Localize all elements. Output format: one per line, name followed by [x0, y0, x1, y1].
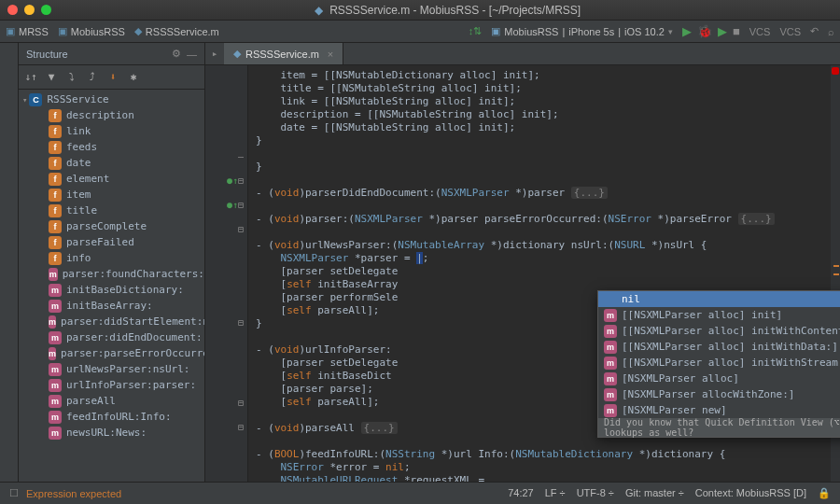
tree-node-label: urlInfoParser:parser:	[66, 379, 196, 391]
tree-node-label: parser:didEndDocument:	[66, 331, 203, 343]
tree-node-label: parseAll	[66, 395, 116, 407]
completion-item[interactable]: m[[NSXMLParser alloc] init]NSXMLParser *	[598, 307, 840, 323]
warning-stripe[interactable]	[833, 273, 839, 275]
folder-icon: ▣	[58, 25, 67, 37]
field-icon: f	[49, 204, 62, 217]
tree-node[interactable]: murlInfoParser:parser:	[19, 377, 204, 393]
minimize-window-button[interactable]	[24, 5, 35, 15]
tree-node[interactable]: mparser:parseErrorOccurred:	[19, 345, 204, 361]
line-separator[interactable]: LF ÷	[545, 487, 566, 499]
tree-node[interactable]: minitBaseArray:	[19, 298, 204, 314]
code-completion-popup[interactable]: nil m[[NSXMLParser alloc] init]NSXMLPars…	[597, 290, 840, 438]
tree-node[interactable]: finfo	[19, 250, 204, 266]
close-window-button[interactable]	[7, 5, 18, 15]
close-tab-icon[interactable]: ×	[328, 49, 333, 60]
run-button[interactable]: ▶	[682, 24, 692, 38]
breadcrumb[interactable]: ▣MRSS	[6, 25, 49, 37]
tree-node[interactable]: ffeeds	[19, 139, 204, 155]
undo-icon[interactable]: ↶	[810, 25, 819, 37]
tool-window-stripe[interactable]	[0, 43, 19, 482]
method-icon: m	[49, 300, 62, 313]
completion-item[interactable]: m[[NSXMLParser alloc] initWithStream:]NS…	[598, 355, 840, 371]
navigation-bar: ▣MRSS ▣MobiusRSS ◆RSSSService.m ↕⇅ ▣ Mob…	[0, 21, 840, 43]
field-icon: f	[49, 109, 62, 122]
show-icon[interactable]: ✱	[125, 69, 142, 86]
filter-icon[interactable]: ▼	[43, 69, 60, 86]
structure-tree[interactable]: ▾ C RSSService fdescriptionflinkffeedsfd…	[19, 90, 204, 482]
maximize-window-button[interactable]	[41, 5, 51, 15]
warning-stripe[interactable]	[833, 265, 839, 267]
tree-node[interactable]: flink	[19, 123, 204, 139]
window-titlebar: ◆ RSSSService.m - MobiusRSS - [~/Project…	[0, 0, 840, 21]
gear-icon[interactable]: ⚙	[172, 48, 181, 60]
method-icon: m	[604, 388, 617, 401]
tree-node-label: parser:parseErrorOccurred:	[61, 347, 204, 359]
tree-node[interactable]: fparseComplete	[19, 218, 204, 234]
status-icon[interactable]: ☐	[9, 487, 19, 499]
tree-node[interactable]: felement	[19, 171, 204, 187]
tree-node[interactable]: mparser:foundCharacters:	[19, 266, 204, 282]
search-icon[interactable]: ⌕	[828, 26, 834, 37]
gutter-fold-icon[interactable]: —	[205, 149, 247, 162]
tree-node[interactable]: mparser:didStartElement:namesp	[19, 314, 204, 329]
gutter-marker[interactable]: ●↑ ⊟	[205, 174, 247, 187]
gutter-fold-icon[interactable]: ⊟	[205, 315, 247, 329]
completion-item[interactable]: m[NSXMLParser alloc]NSXMLParser *	[598, 371, 840, 386]
tree-node[interactable]: mnewsURL:News:	[19, 425, 204, 441]
vcs-label[interactable]: VCS	[779, 26, 801, 37]
field-icon: f	[49, 173, 62, 186]
tree-node[interactable]: fparseFailed	[19, 234, 204, 250]
stop-button[interactable]: ■	[733, 24, 740, 38]
completion-item[interactable]: m[[NSXMLParser alloc] initWithData:]NSXM…	[598, 339, 840, 355]
tree-node[interactable]: fitem	[19, 187, 204, 203]
tree-node[interactable]: ftitle	[19, 203, 204, 218]
context-selector[interactable]: Context: MobiusRSS [D]	[695, 487, 806, 499]
completion-item[interactable]: m[NSXMLParser allocWithZone:]NSXMLParser…	[598, 386, 840, 402]
run-with-coverage-button[interactable]: ▶	[718, 24, 727, 38]
expand-icon[interactable]: ⤵	[63, 69, 80, 86]
autoscroll-icon[interactable]: ⬇	[105, 69, 121, 86]
tree-node[interactable]: fdescription	[19, 107, 204, 123]
gutter-fold-icon[interactable]: ⊟	[205, 396, 247, 409]
tree-node[interactable]: mfeedInfoURL:Info:	[19, 409, 204, 425]
tree-node[interactable]: mparser:didEndDocument:	[19, 329, 204, 345]
tree-node-label: urlNewsParser:nsUrl:	[66, 363, 189, 375]
tree-node[interactable]: murlNewsParser:nsUrl:	[19, 361, 204, 377]
hide-icon[interactable]: —	[187, 49, 197, 60]
vcs-label[interactable]: VCS	[749, 26, 771, 37]
sort-icon[interactable]: ↓↑	[22, 69, 39, 86]
completion-item[interactable]: m[[NSXMLParser alloc] initWithContentsOf…	[598, 323, 840, 339]
tree-root-node[interactable]: ▾ C RSSService	[19, 91, 204, 107]
gutter-fold-icon[interactable]: ⊟	[205, 420, 247, 433]
tree-node[interactable]: mparseAll	[19, 393, 204, 409]
breadcrumb[interactable]: ◆RSSSService.m	[134, 25, 219, 37]
breadcrumb[interactable]: ▣MobiusRSS	[58, 25, 125, 37]
editor-tab[interactable]: ◆ RSSSService.m ×	[224, 43, 343, 64]
folder-icon: ▣	[6, 25, 15, 37]
field-icon: f	[49, 220, 62, 233]
sync-icon[interactable]: ↕⇅	[469, 25, 483, 37]
method-icon: m	[49, 347, 56, 360]
gutter-marker[interactable]: ●↑ ⊟	[205, 198, 247, 211]
error-indicator[interactable]	[832, 67, 839, 75]
run-configuration-selector[interactable]: ▣ MobiusRSS | iPhone 5s | iOS 10.2 ▾	[491, 25, 673, 37]
collapse-icon[interactable]: ⤴	[84, 69, 101, 86]
completion-item[interactable]: m[NSXMLParser new]NSXMLParser *	[598, 402, 840, 418]
file-encoding[interactable]: UTF-8 ÷	[577, 487, 614, 499]
lock-icon[interactable]: 🔒	[818, 487, 831, 499]
gutter-fold-icon[interactable]: ⊟	[205, 222, 247, 235]
field-icon: f	[49, 189, 62, 202]
completion-item[interactable]: nil	[598, 291, 840, 307]
tree-node-label: description	[66, 109, 134, 121]
debug-button[interactable]: 🐞	[697, 24, 712, 38]
tree-node-label: parseFailed	[66, 236, 134, 248]
editor-gutter[interactable]: — ●↑ ⊟ ●↑ ⊟ ⊟ ⊟ ⊟ ⊟	[205, 65, 248, 482]
chevron-down-icon: ▾	[668, 27, 673, 36]
tree-caret-icon[interactable]: ▾	[22, 95, 27, 105]
tab-prev-icon[interactable]: ▸	[205, 43, 224, 64]
tree-node[interactable]: minitBaseDictionary:	[19, 282, 204, 298]
cursor-position[interactable]: 74:27	[508, 487, 534, 499]
tree-node[interactable]: fdate	[19, 155, 204, 171]
tree-node-label: date	[66, 157, 91, 169]
git-branch[interactable]: Git: master ÷	[625, 487, 684, 499]
